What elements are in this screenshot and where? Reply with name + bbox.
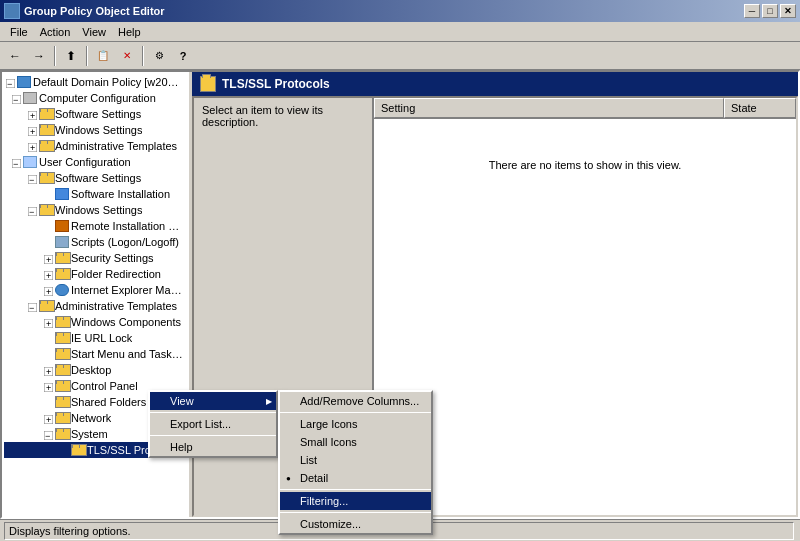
tree-node-remote-install[interactable]: Remote Installation Servi... [4,218,187,234]
submenu-add-remove-cols[interactable]: Add/Remove Columns... [280,392,431,410]
tree-node-scripts[interactable]: Scripts (Logon/Logoff) [4,234,187,250]
menu-help[interactable]: Help [112,24,147,40]
submenu-list[interactable]: List [280,451,431,469]
folder-control-panel [55,380,69,392]
folder-win-components [55,316,69,328]
toolbar-separator-2 [86,46,88,66]
submenu-separator-1 [280,412,431,413]
ctx-help[interactable]: Help [150,438,276,456]
up-button[interactable]: ⬆ [60,45,82,67]
folder-ie-url-lock [55,332,69,344]
col-header-state[interactable]: State [724,98,796,118]
delete-button[interactable]: ✕ [116,45,138,67]
folder-folder-redirect [55,268,69,280]
folder-tls-ssl [71,444,85,456]
menu-file[interactable]: File [4,24,34,40]
submenu-customize[interactable]: Customize... [280,515,431,533]
svg-text:−: − [45,431,50,440]
tree-node-desktop[interactable]: + Desktop [4,362,187,378]
admin-cc-label: Administrative Templates [55,140,177,152]
tree-node-ie-maint[interactable]: + Internet Explorer Mainter... [4,282,187,298]
folder-start-menu [55,348,69,360]
submenu-detail[interactable]: ● Detail [280,469,431,487]
tree-node-security[interactable]: + Security Settings [4,250,187,266]
win-settings-uc-label: Windows Settings [55,204,142,216]
submenu-filtering[interactable]: Filtering... [280,492,431,510]
start-menu-label: Start Menu and Taskbar [71,348,183,360]
toolbar-separator-3 [142,46,144,66]
list-header: Setting State [374,98,796,119]
tree-node-win-components[interactable]: + Windows Components [4,314,187,330]
user-config-label: User Configuration [39,156,131,168]
svg-text:−: − [29,303,34,312]
svg-text:+: + [46,383,51,392]
svg-text:+: + [30,127,35,136]
computer-icon [23,92,37,104]
network-label: Network [71,412,111,424]
ctx-separator-2 [150,435,276,436]
win-settings-cc-label: Windows Settings [55,124,142,136]
menu-action[interactable]: Action [34,24,77,40]
svg-text:+: + [46,287,51,296]
window-controls: ─ □ ✕ [744,4,796,18]
svg-text:+: + [46,255,51,264]
properties-button[interactable]: ⚙ [148,45,170,67]
tree-node-win-settings-uc[interactable]: − Windows Settings [4,202,187,218]
toolbar-separator [54,46,56,66]
description-text: Select an item to view its description. [202,104,323,128]
help-toolbar-button[interactable]: ? [172,45,194,67]
context-menu: View Export List... Help [148,390,278,458]
win-components-label: Windows Components [71,316,181,328]
remote-install-label: Remote Installation Servi... [71,220,183,232]
folder-security [55,252,69,264]
submenu-small-icons[interactable]: Small Icons [280,433,431,451]
back-button[interactable]: ← [4,45,26,67]
copy-button[interactable]: 📋 [92,45,114,67]
window-title: Group Policy Object Editor [24,5,165,17]
remote-icon [55,220,69,232]
col-header-setting[interactable]: Setting [374,98,724,118]
view-submenu: Add/Remove Columns... Large Icons Small … [278,390,433,535]
svg-text:−: − [13,159,18,168]
tree-node-admin-cc[interactable]: + Administrative Templates [4,138,187,154]
ctx-view[interactable]: View [150,392,276,410]
list-pane: Setting State There are no items to show… [374,98,796,515]
svg-text:+: + [46,415,51,424]
app-icon [4,3,20,19]
tree-node-start-menu[interactable]: Start Menu and Taskbar [4,346,187,362]
tree-node-win-settings-cc[interactable]: + Windows Settings [4,122,187,138]
close-button[interactable]: ✕ [780,4,796,18]
minimize-button[interactable]: ─ [744,4,760,18]
tree-root[interactable]: − Default Domain Policy [w2003server. [4,74,187,90]
scripts-label: Scripts (Logon/Logoff) [71,236,179,248]
tree-root-label: Default Domain Policy [w2003server. [33,76,183,88]
ie-url-lock-label: IE URL Lock [71,332,132,344]
sw-install-icon [55,188,69,200]
submenu-separator-2 [280,489,431,490]
sw-settings-uc-label: Software Settings [55,172,141,184]
root-icon [17,76,31,88]
folder-admin-uc [39,300,53,312]
tree-node-sw-install[interactable]: Software Installation [4,186,187,202]
svg-text:−: − [7,79,12,88]
menu-view[interactable]: View [76,24,112,40]
tree-node-ie-url-lock[interactable]: IE URL Lock [4,330,187,346]
tree-node-sw-settings-uc[interactable]: − Software Settings [4,170,187,186]
ctx-export[interactable]: Export List... [150,415,276,433]
tree-node-computer-config[interactable]: − Computer Configuration [4,90,187,106]
forward-button[interactable]: → [28,45,50,67]
submenu-large-icons[interactable]: Large Icons [280,415,431,433]
maximize-button[interactable]: □ [762,4,778,18]
tree-node-sw-settings-cc[interactable]: + Software Settings [4,106,187,122]
folder-sw-settings-cc [39,108,53,120]
tree-node-admin-uc[interactable]: − Administrative Templates [4,298,187,314]
folder-shared [55,396,69,408]
toolbar: ← → ⬆ 📋 ✕ ⚙ ? [0,42,800,70]
folder-win-settings-cc [39,124,53,136]
tree-node-folder-redirect[interactable]: + Folder Redirection [4,266,187,282]
tree-node-user-config[interactable]: − User Configuration [4,154,187,170]
folder-desktop [55,364,69,376]
ie-maint-label: Internet Explorer Mainter... [71,284,183,296]
title-bar: Group Policy Object Editor ─ □ ✕ [0,0,800,22]
desktop-label: Desktop [71,364,111,376]
